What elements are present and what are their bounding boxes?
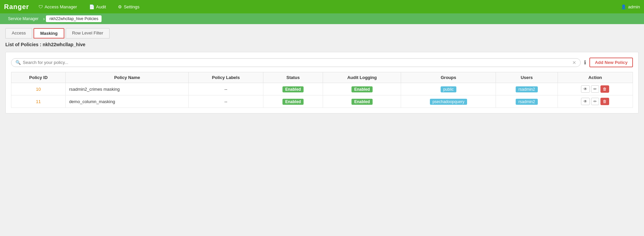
- status-badge: Enabled: [282, 99, 304, 105]
- cell-policy-name: demo_column_masking: [66, 95, 189, 108]
- brand: Ranger: [4, 3, 29, 11]
- policy-id-link[interactable]: 11: [36, 99, 41, 104]
- cell-groups: psechadoopquery: [401, 95, 496, 108]
- col-policy-id: Policy ID: [11, 72, 66, 83]
- policy-table: Policy ID Policy Name Policy Labels Stat…: [11, 72, 633, 108]
- page-title: List of Policies : nkh22whcllap_hive: [5, 42, 639, 47]
- col-status: Status: [263, 72, 323, 83]
- cell-policy-id: 10: [11, 83, 66, 95]
- status-badge: Enabled: [282, 86, 304, 92]
- cell-audit-logging: Enabled: [323, 95, 401, 108]
- group-tag: psechadoopquery: [430, 99, 467, 105]
- audit-badge: Enabled: [351, 86, 373, 92]
- cell-action: 👁 ✏ 🗑: [558, 83, 633, 95]
- tab-masking[interactable]: Masking: [34, 28, 64, 38]
- user-menu[interactable]: 👤 admin: [621, 4, 640, 9]
- col-groups: Groups: [401, 72, 496, 83]
- cell-policy-id: 11: [11, 95, 66, 108]
- nav-access-manager-label: Access Manager: [45, 4, 77, 9]
- col-policy-labels: Policy Labels: [189, 72, 263, 83]
- view-button[interactable]: 👁: [581, 85, 590, 93]
- nav-audit-label: Audit: [96, 4, 106, 9]
- breadcrumb-arrow: ›: [43, 16, 45, 21]
- edit-button[interactable]: ✏: [591, 98, 599, 105]
- person-icon: 👤: [621, 4, 626, 9]
- info-icon[interactable]: ℹ: [584, 59, 586, 66]
- cell-status: Enabled: [263, 95, 323, 108]
- table-row: 11 demo_column_masking -- Enabled Enable…: [11, 95, 633, 108]
- col-policy-name: Policy Name: [66, 72, 189, 83]
- navbar: Ranger 🛡 Access Manager 📄 Audit ⚙ Settin…: [0, 0, 644, 13]
- nav-item-access-manager[interactable]: 🛡 Access Manager: [36, 3, 80, 11]
- nav-settings-label: Settings: [124, 4, 139, 9]
- cell-policy-labels: --: [189, 83, 263, 95]
- cell-policy-name: rsadmin2_crimes masking: [66, 83, 189, 95]
- cell-users: rsadmin2: [496, 83, 558, 95]
- tab-access[interactable]: Access: [5, 28, 32, 38]
- delete-button[interactable]: 🗑: [600, 98, 609, 105]
- nav-item-settings[interactable]: ⚙ Settings: [115, 3, 142, 11]
- cell-groups: public: [401, 83, 496, 95]
- search-row: 🔍 ✕ ℹ Add New Policy: [11, 58, 633, 67]
- edit-button[interactable]: ✏: [591, 85, 599, 93]
- table-header-row: Policy ID Policy Name Policy Labels Stat…: [11, 72, 633, 83]
- username: admin: [628, 4, 640, 9]
- table-container: 🔍 ✕ ℹ Add New Policy Policy ID Policy Na…: [5, 52, 639, 113]
- gear-icon: ⚙: [118, 4, 122, 9]
- search-wrapper: 🔍 ✕: [11, 58, 581, 67]
- col-users: Users: [496, 72, 558, 83]
- group-tag: public: [441, 86, 456, 92]
- tab-row-level-filter[interactable]: Row Level Filter: [66, 28, 110, 38]
- user-tag: rsadmin2: [516, 99, 537, 105]
- search-input[interactable]: [23, 60, 572, 65]
- breadcrumb-service-manager[interactable]: Service Manager: [5, 15, 42, 22]
- audit-badge: Enabled: [351, 99, 373, 105]
- delete-button[interactable]: 🗑: [600, 85, 609, 93]
- search-clear-icon[interactable]: ✕: [572, 60, 576, 65]
- action-icons: 👁 ✏ 🗑: [561, 98, 629, 105]
- view-button[interactable]: 👁: [581, 98, 590, 105]
- col-audit-logging: Audit Logging: [323, 72, 401, 83]
- breadcrumb-bar: Service Manager › nkh22whcllap_hive Poli…: [0, 13, 644, 24]
- cell-policy-labels: --: [189, 95, 263, 108]
- nav-item-audit[interactable]: 📄 Audit: [86, 3, 109, 11]
- cell-audit-logging: Enabled: [323, 83, 401, 95]
- file-icon: 📄: [89, 4, 94, 9]
- breadcrumb-policy[interactable]: nkh22whcllap_hive Policies: [46, 15, 102, 22]
- tabs: Access Masking Row Level Filter: [5, 28, 639, 38]
- add-policy-button[interactable]: Add New Policy: [589, 58, 633, 67]
- user-tag: rsadmin2: [516, 86, 537, 92]
- action-icons: 👁 ✏ 🗑: [561, 85, 629, 93]
- cell-users: rsadmin2: [496, 95, 558, 108]
- policy-id-link[interactable]: 10: [36, 87, 41, 92]
- shield-icon: 🛡: [39, 4, 43, 9]
- col-action: Action: [558, 72, 633, 83]
- main-content: Access Masking Row Level Filter List of …: [0, 24, 644, 117]
- table-row: 10 rsadmin2_crimes masking -- Enabled En…: [11, 83, 633, 95]
- cell-action: 👁 ✏ 🗑: [558, 95, 633, 108]
- search-icon: 🔍: [15, 60, 21, 65]
- cell-status: Enabled: [263, 83, 323, 95]
